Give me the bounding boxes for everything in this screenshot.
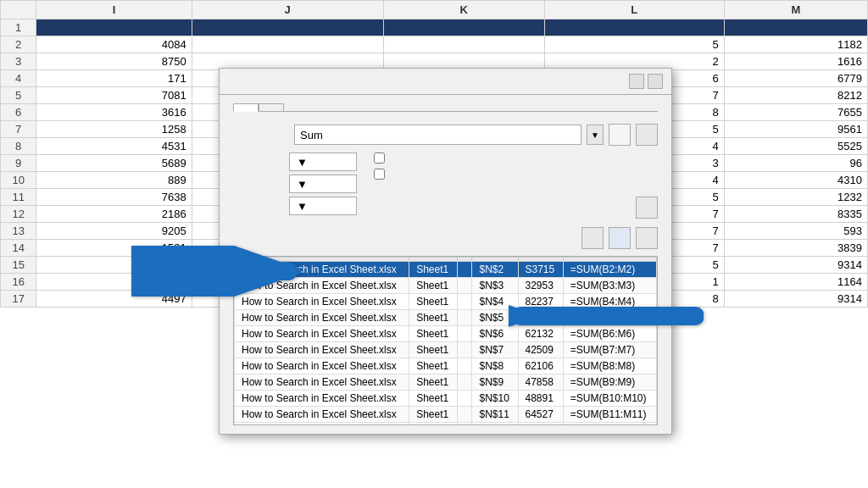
results-cell-3-sheet: Sheet1 <box>409 310 458 326</box>
row-13-num: 13 <box>1 223 36 240</box>
cell-13-M[interactable]: 593 <box>724 223 867 240</box>
cell-6-I[interactable]: 3616 <box>36 104 192 121</box>
results-row-5[interactable]: How to Search in Excel Sheet.xlsxSheet1$… <box>235 342 657 358</box>
cell-2-I[interactable]: 4084 <box>36 36 192 53</box>
match-entire-row <box>374 169 389 180</box>
match-entire-checkbox[interactable] <box>374 169 385 180</box>
results-cell-9-formula: =SUM(B11:M11) <box>563 407 656 423</box>
cell-10-I[interactable]: 889 <box>36 172 192 189</box>
results-cell-7-name <box>457 374 472 391</box>
options-button[interactable] <box>636 197 658 219</box>
options-btn-wrap <box>636 152 658 219</box>
cell-16-M[interactable]: 1164 <box>724 274 867 291</box>
find-what-dropdown[interactable]: ▼ <box>587 125 604 145</box>
match-case-checkbox[interactable] <box>374 152 385 164</box>
month-august <box>36 19 192 36</box>
search-select[interactable]: ▼ <box>289 175 357 193</box>
cell-5-I[interactable]: 7081 <box>36 87 192 104</box>
find-what-input[interactable] <box>294 125 581 145</box>
cell-7-M[interactable]: 9561 <box>724 121 867 138</box>
results-cell-5-formula: =SUM(B7:M7) <box>563 342 656 358</box>
month-september <box>192 19 383 36</box>
close-dialog-button[interactable] <box>636 227 658 249</box>
results-row-6[interactable]: How to Search in Excel Sheet.xlsxSheet1$… <box>235 358 657 374</box>
row-7-num: 7 <box>1 121 36 138</box>
results-cell-10-book: How to Search in Excel Sheet.xlsx <box>235 423 409 426</box>
results-cell-8-sheet: Sheet1 <box>409 391 458 407</box>
cell-9-M[interactable]: 96 <box>724 155 867 172</box>
results-cell-9-name <box>457 407 472 423</box>
cell-9-I[interactable]: 5689 <box>36 155 192 172</box>
col-header-K[interactable]: K <box>383 1 544 19</box>
month-november <box>544 19 724 36</box>
cell-13-I[interactable]: 9205 <box>36 223 192 240</box>
col-header-I[interactable]: I <box>36 1 192 19</box>
results-row-7[interactable]: How to Search in Excel Sheet.xlsxSheet1$… <box>235 374 657 391</box>
cell-2-L[interactable]: 5 <box>544 36 724 53</box>
results-cell-6-name <box>457 358 472 374</box>
cell-4-I[interactable]: 171 <box>36 70 192 87</box>
cell-8-M[interactable]: 5525 <box>724 138 867 155</box>
results-cell-10-sheet: Sheet1 <box>409 423 458 426</box>
cell-5-M[interactable]: 8212 <box>724 87 867 104</box>
cell-4-M[interactable]: 6779 <box>724 70 867 87</box>
results-cell-8-cell: $N$10 <box>472 391 518 407</box>
cell-2-J[interactable] <box>192 36 383 53</box>
cell-2-K[interactable] <box>383 36 544 53</box>
dialog-close-button[interactable] <box>648 74 663 89</box>
dialog-tabs <box>233 103 658 112</box>
cell-2-M[interactable]: 1182 <box>724 36 867 53</box>
results-cell-8-book: How to Search in Excel Sheet.xlsx <box>235 391 409 407</box>
find-all-button[interactable] <box>581 227 604 249</box>
cell-10-M[interactable]: 4310 <box>724 172 867 189</box>
results-cell-8-value: 48891 <box>518 391 563 407</box>
cell-3-M[interactable]: 1616 <box>724 53 867 70</box>
results-cell-1-name <box>457 278 472 294</box>
col-header-M[interactable]: M <box>724 1 867 19</box>
results-cell-8-name <box>457 391 472 407</box>
row-14-num: 14 <box>1 240 36 257</box>
cell-14-M[interactable]: 3839 <box>724 240 867 257</box>
results-cell-7-formula: =SUM(B9:M9) <box>563 374 656 391</box>
dialog-help-button[interactable] <box>629 74 644 89</box>
results-cell-5-cell: $N$7 <box>472 342 518 358</box>
cell-3-I[interactable]: 8750 <box>36 53 192 70</box>
results-cell-0-value: S3715 <box>518 262 563 278</box>
cell-11-M[interactable]: 1232 <box>724 189 867 206</box>
results-cell-5-sheet: Sheet1 <box>409 342 458 358</box>
cell-15-M[interactable]: 9314 <box>724 257 867 274</box>
within-select[interactable]: ▼ <box>289 152 357 171</box>
tab-replace[interactable] <box>259 103 284 111</box>
col-header-L[interactable]: L <box>544 1 724 19</box>
results-row-9[interactable]: How to Search in Excel Sheet.xlsxSheet1$… <box>235 407 657 423</box>
tab-find[interactable] <box>233 103 259 112</box>
lookin-select[interactable]: ▼ <box>289 197 357 215</box>
row-3-num: 3 <box>1 53 36 70</box>
results-row-10[interactable]: How to Search in Excel Sheet.xlsxSheet1$… <box>235 423 657 426</box>
results-cell-10-formula: =SUM(B12:M12) <box>563 423 656 426</box>
within-row: ▼ <box>233 152 357 171</box>
results-cell-8-formula: =SUM(B10:M10) <box>563 391 656 407</box>
results-cell-10-value: 63659 <box>518 423 563 426</box>
cell-11-I[interactable]: 7638 <box>36 189 192 206</box>
cell-17-M[interactable]: 9314 <box>724 291 867 308</box>
match-case-row <box>374 152 389 164</box>
results-cell-6-cell: $N$8 <box>472 358 518 374</box>
cell-6-M[interactable]: 7655 <box>724 104 867 121</box>
search-row: ▼ <box>233 175 357 193</box>
cell-12-I[interactable]: 2186 <box>36 206 192 223</box>
row-15-num: 15 <box>1 257 36 274</box>
col-header-J[interactable]: J <box>192 1 383 19</box>
results-cell-4-name <box>457 326 472 342</box>
results-cell-9-value: 64527 <box>518 407 563 423</box>
cell-7-I[interactable]: 1258 <box>36 121 192 138</box>
selects-section: ▼ ▼ ▼ <box>233 152 357 219</box>
format-button[interactable] <box>636 124 658 146</box>
results-col-value <box>518 258 563 262</box>
cell-8-I[interactable]: 4531 <box>36 138 192 155</box>
cell-12-M[interactable]: 8335 <box>724 206 867 223</box>
results-row-8[interactable]: How to Search in Excel Sheet.xlsxSheet1$… <box>235 391 657 407</box>
options-section: ▼ ▼ ▼ <box>233 152 658 219</box>
month-october <box>383 19 544 36</box>
find-next-button[interactable] <box>609 227 631 249</box>
